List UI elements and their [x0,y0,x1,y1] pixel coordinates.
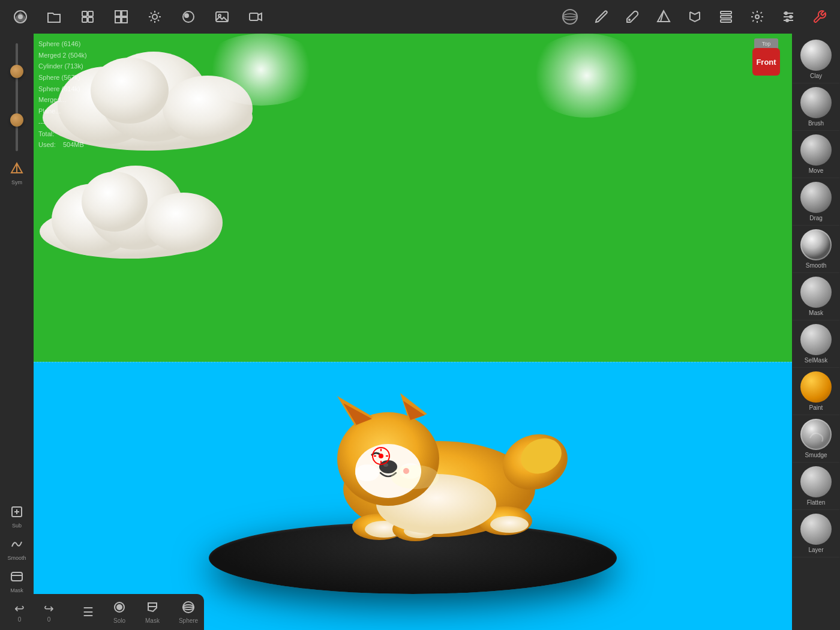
drag-sphere [800,182,832,213]
dropper-icon[interactable] [622,6,643,28]
sphere-bottom-button[interactable]: Sphere [172,597,205,628]
sphere-bottom-label: Sphere [179,617,198,624]
svg-line-15 [151,13,152,14]
svg-line-17 [158,13,159,14]
sym-label: Sym [11,179,22,185]
brush-label: Brush [808,120,824,127]
sphere-mode-icon[interactable] [559,6,581,28]
smooth-tool[interactable]: Smooth [2,534,32,564]
shiba-character [283,378,571,546]
brush-clay[interactable]: Clay [793,36,839,83]
topology-icon[interactable] [684,6,706,28]
cloud-left [34,34,262,154]
cloud-right [34,154,226,262]
svg-point-33 [755,15,759,19]
sym-tool[interactable]: Sym [2,158,32,188]
solo-button[interactable]: Solo [106,597,133,628]
redo-button[interactable]: ↪ 0 [37,598,61,626]
smudge-label: Smudge [805,452,827,458]
flatten-sphere [800,466,832,497]
svg-point-88 [117,605,122,610]
svg-rect-2 [82,11,87,16]
svg-point-65 [490,516,529,533]
brush-flatten[interactable]: Flatten [793,463,839,510]
folder-icon[interactable] [43,6,65,28]
right-brush-panel: Clay Brush Move Drag [792,34,840,630]
brush-smudge[interactable]: Smudge [793,415,839,463]
svg-point-84 [391,465,439,489]
undo-icon: ↩ [14,601,25,616]
scene-background: Sphere (6146) Merged 2 (504k) Cylinder (… [34,34,792,630]
pencil-icon[interactable] [590,6,612,28]
brush-drag[interactable]: Drag [793,178,839,226]
brush-sphere-icon [800,87,832,118]
grid-icon[interactable] [110,6,132,28]
view-cube-front[interactable]: Front [752,48,780,76]
video-icon[interactable] [245,6,266,28]
mask-bottom-button[interactable]: Mask [138,597,167,628]
light-glow-right [527,34,647,118]
brush-layer[interactable]: Layer [793,510,839,557]
clay-sphere [800,40,832,71]
clay-label: Clay [810,73,822,79]
selmask-label: SelMask [805,357,827,364]
mask-icon [10,570,23,586]
sub-icon [10,505,23,521]
sliders-icon[interactable] [778,6,799,28]
flatten-label: Flatten [807,499,826,506]
svg-point-1 [18,14,23,19]
svg-point-27 [629,19,630,20]
brush-paint[interactable]: Paint [793,368,839,415]
layers-add-icon[interactable] [77,6,98,28]
brush-smooth[interactable]: Smooth [793,226,839,273]
svg-point-51 [91,58,169,124]
move-sphere [800,134,832,166]
svg-point-85 [802,230,830,259]
svg-rect-31 [721,16,731,18]
bottom-toolbar: ↩ 0 ↪ 0 ☰ Solo Mask [0,594,204,630]
svg-point-86 [802,420,830,449]
svg-point-38 [790,16,792,18]
radius-thumb-bottom[interactable] [10,113,23,127]
mask-tool[interactable]: Mask [2,566,32,596]
svg-point-10 [152,14,157,19]
scene-list-button[interactable]: ☰ [76,601,101,623]
svg-line-16 [158,20,159,21]
svg-rect-32 [721,20,731,22]
tools-icon[interactable] [809,6,830,28]
redo-icon: ↪ [44,601,54,616]
brush-brush[interactable]: Brush [793,83,839,131]
radius-thumb-top[interactable] [10,65,23,78]
svg-rect-4 [82,17,87,22]
prism-icon[interactable] [653,6,674,28]
svg-rect-3 [88,11,93,16]
mask-bottom-icon [146,601,159,617]
brush-selmask[interactable]: SelMask [793,320,839,368]
sub-tool[interactable]: Sub [2,502,32,532]
stack-icon[interactable] [715,6,737,28]
drag-label: Drag [809,215,823,221]
sub-label: Sub [12,523,22,529]
home-icon[interactable] [10,6,31,28]
svg-line-18 [151,20,152,21]
svg-rect-7 [122,11,127,16]
settings-icon[interactable] [746,6,768,28]
undo-button[interactable]: ↩ 0 [7,598,32,626]
brush-mask[interactable]: Mask [793,273,839,320]
canvas-area[interactable]: Sphere (6146) Merged 2 (504k) Cylinder (… [34,34,792,630]
move-label: Move [809,167,823,174]
sym-icon [10,162,23,178]
render-icon[interactable] [178,6,199,28]
solo-icon [113,601,126,617]
view-cube-container[interactable]: Top Front [745,38,787,80]
radius-track[interactable] [16,43,18,151]
smooth-right-label: Smooth [806,262,826,269]
undo-count: 0 [18,616,22,623]
smooth-sphere [800,229,832,260]
svg-point-81 [379,454,383,458]
sun-icon[interactable] [144,6,166,28]
brush-move[interactable]: Move [793,131,839,178]
svg-point-20 [185,14,188,17]
image-icon[interactable] [211,6,233,28]
svg-rect-9 [122,17,127,23]
